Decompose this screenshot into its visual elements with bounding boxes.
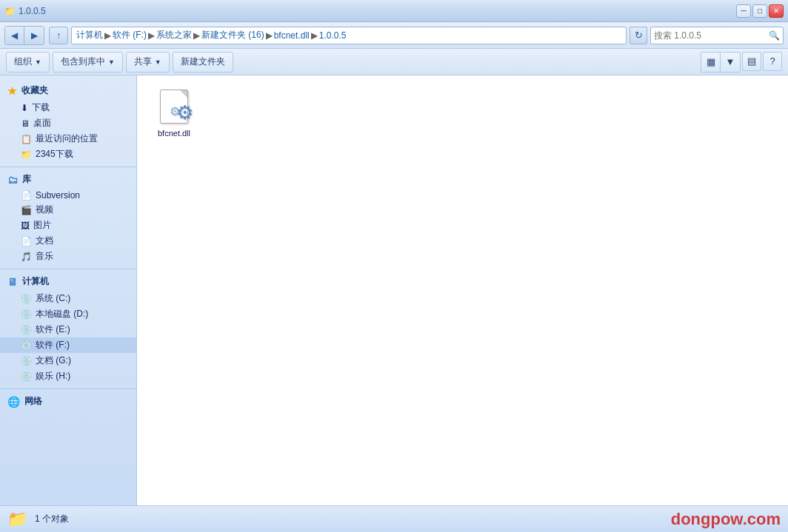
network-section: 🌐 网络 bbox=[0, 392, 136, 411]
download-icon: ⬇ bbox=[21, 103, 28, 113]
subversion-label: Subversion bbox=[36, 190, 80, 201]
add-to-library-label: 包含到库中 bbox=[61, 55, 105, 68]
window-folder-icon: 📁 bbox=[4, 6, 16, 16]
add-to-library-button[interactable]: 包含到库中 ▼ bbox=[53, 52, 123, 73]
title-bar-controls: ─ □ ✕ bbox=[736, 4, 784, 18]
address-bar: ◀ ▶ ↑ 计算机 ▶ 软件 (F:) ▶ 系统之家 ▶ 新建文件夹 (16) … bbox=[0, 22, 788, 49]
drive-f-icon: 💿 bbox=[21, 340, 32, 351]
status-count: 1 个对象 bbox=[35, 513, 69, 525]
sidebar-item-drive-e[interactable]: 💿 软件 (E:) bbox=[0, 322, 136, 337]
library-header[interactable]: 🗂 库 bbox=[0, 170, 136, 189]
close-button[interactable]: ✕ bbox=[769, 4, 784, 18]
watermark: dongpow.com bbox=[671, 510, 781, 529]
sidebar-item-desktop[interactable]: 🖥 桌面 bbox=[0, 115, 136, 131]
drive-e-icon: 💿 bbox=[21, 325, 32, 335]
view-button-group: ▦ ▼ bbox=[701, 52, 741, 73]
drive-h-label: 娱乐 (H:) bbox=[36, 370, 70, 383]
sidebar-item-drive-h[interactable]: 💿 娱乐 (H:) bbox=[0, 368, 136, 384]
2345-icon: 📁 bbox=[21, 149, 32, 160]
path-newfolder[interactable]: 新建文件夹 (16) bbox=[201, 29, 264, 41]
divider-2 bbox=[0, 269, 136, 269]
sidebar-item-2345download[interactable]: 📁 2345下载 bbox=[0, 147, 136, 162]
status-bar: 📁 1 个对象 dongpow.com bbox=[0, 505, 788, 532]
sidebar-item-recent[interactable]: 📋 最近访问的位置 bbox=[0, 131, 136, 147]
path-computer[interactable]: 计算机 bbox=[76, 29, 103, 41]
view-help[interactable]: ? bbox=[763, 52, 782, 71]
share-label: 共享 bbox=[134, 55, 152, 68]
favorites-header[interactable]: ★ 收藏夹 bbox=[0, 81, 136, 100]
sidebar-item-drive-d[interactable]: 💿 本地磁盘 (D:) bbox=[0, 306, 136, 322]
library-icon: 🗂 bbox=[7, 174, 18, 186]
file-area[interactable]: ⚙ ⚙ bfcnet.dll bbox=[137, 75, 788, 505]
refresh-button[interactable]: ↻ bbox=[630, 27, 647, 44]
sidebar-item-pictures[interactable]: 🖼 图片 bbox=[0, 218, 136, 233]
title-bar-left: 📁 1.0.0.5 bbox=[4, 6, 46, 16]
path-bfcnet[interactable]: bfcnet.dll bbox=[274, 30, 310, 41]
network-icon: 🌐 bbox=[7, 396, 20, 408]
sidebar-item-video[interactable]: 🎬 视频 bbox=[0, 202, 136, 218]
view-icon-large[interactable]: ▦ bbox=[701, 53, 721, 72]
new-folder-label: 新建文件夹 bbox=[181, 55, 225, 68]
divider-1 bbox=[0, 166, 136, 167]
2345-label: 2345下载 bbox=[36, 148, 73, 161]
forward-button[interactable]: ▶ bbox=[24, 27, 44, 44]
library-arrow: ▼ bbox=[108, 58, 115, 66]
maximize-button[interactable]: □ bbox=[752, 4, 767, 18]
recent-icon: 📋 bbox=[21, 134, 32, 144]
view-details[interactable]: ▤ bbox=[742, 52, 761, 71]
file-name: bfcnet.dll bbox=[158, 129, 190, 138]
sidebar-item-music[interactable]: 🎵 音乐 bbox=[0, 249, 136, 264]
computer-header[interactable]: 🖥 计算机 bbox=[0, 272, 136, 291]
video-label: 视频 bbox=[36, 203, 53, 216]
back-button[interactable]: ◀ bbox=[5, 27, 24, 44]
computer-section: 🖥 计算机 💿 系统 (C:) 💿 本地磁盘 (D:) 💿 软件 (E:) 💿 … bbox=[0, 272, 136, 384]
sidebar: ★ 收藏夹 ⬇ 下载 🖥 桌面 📋 最近访问的位置 📁 2345下载 bbox=[0, 75, 137, 505]
nav-back-forward: ◀ ▶ bbox=[4, 26, 44, 45]
network-header[interactable]: 🌐 网络 bbox=[0, 392, 136, 411]
sidebar-item-documents[interactable]: 📄 文档 bbox=[0, 233, 136, 249]
minimize-button[interactable]: ─ bbox=[736, 4, 751, 18]
pictures-label: 图片 bbox=[33, 219, 51, 232]
path-drive-f[interactable]: 软件 (F:) bbox=[113, 29, 147, 41]
divider-3 bbox=[0, 388, 136, 389]
path-version[interactable]: 1.0.0.5 bbox=[319, 30, 347, 41]
favorites-section: ★ 收藏夹 ⬇ 下载 🖥 桌面 📋 最近访问的位置 📁 2345下载 bbox=[0, 81, 136, 162]
path-xzh[interactable]: 系统之家 bbox=[156, 29, 192, 41]
subversion-icon: 📄 bbox=[21, 190, 32, 201]
share-button[interactable]: 共享 ▼ bbox=[126, 52, 170, 73]
search-box[interactable]: 🔍 bbox=[650, 27, 784, 44]
drive-h-icon: 💿 bbox=[21, 371, 32, 382]
view-dropdown[interactable]: ▼ bbox=[721, 53, 740, 72]
recent-label: 最近访问的位置 bbox=[36, 132, 98, 145]
download-label: 下载 bbox=[32, 101, 50, 114]
file-item-bfcnet[interactable]: ⚙ ⚙ bfcnet.dll bbox=[144, 83, 204, 142]
library-section: 🗂 库 📄 Subversion 🎬 视频 🖼 图片 📄 文档 🎵 音乐 bbox=[0, 170, 136, 264]
drive-g-icon: 💿 bbox=[21, 356, 32, 366]
favorites-icon: ★ bbox=[7, 85, 17, 97]
pictures-icon: 🖼 bbox=[21, 220, 30, 231]
computer-icon: 🖥 bbox=[7, 276, 18, 288]
search-icon[interactable]: 🔍 bbox=[769, 30, 780, 41]
organize-button[interactable]: 组织 ▼ bbox=[6, 52, 50, 73]
sidebar-item-drive-c[interactable]: 💿 系统 (C:) bbox=[0, 291, 136, 306]
drive-f-label: 软件 (F:) bbox=[36, 339, 70, 351]
drive-d-label: 本地磁盘 (D:) bbox=[36, 308, 88, 320]
search-input[interactable] bbox=[654, 30, 766, 41]
address-path[interactable]: 计算机 ▶ 软件 (F:) ▶ 系统之家 ▶ 新建文件夹 (16) ▶ bfcn… bbox=[71, 27, 627, 44]
sidebar-item-download[interactable]: ⬇ 下载 bbox=[0, 100, 136, 115]
window-title: 1.0.0.5 bbox=[19, 6, 46, 16]
up-button[interactable]: ↑ bbox=[49, 27, 68, 44]
desktop-label: 桌面 bbox=[33, 117, 51, 129]
sidebar-item-drive-g[interactable]: 💿 文档 (G:) bbox=[0, 353, 136, 368]
organize-arrow: ▼ bbox=[35, 58, 41, 66]
drive-d-icon: 💿 bbox=[21, 309, 32, 320]
drive-e-label: 软件 (E:) bbox=[36, 323, 70, 336]
title-bar: 📁 1.0.0.5 ─ □ ✕ bbox=[0, 0, 788, 22]
sidebar-item-subversion[interactable]: 📄 Subversion bbox=[0, 189, 136, 202]
favorites-label: 收藏夹 bbox=[21, 84, 48, 97]
new-folder-button[interactable]: 新建文件夹 bbox=[173, 52, 233, 73]
main-content: ★ 收藏夹 ⬇ 下载 🖥 桌面 📋 最近访问的位置 📁 2345下载 bbox=[0, 75, 788, 505]
sidebar-item-drive-f[interactable]: 💿 软件 (F:) bbox=[0, 337, 136, 353]
library-label: 库 bbox=[22, 173, 31, 186]
desktop-icon: 🖥 bbox=[21, 118, 30, 129]
